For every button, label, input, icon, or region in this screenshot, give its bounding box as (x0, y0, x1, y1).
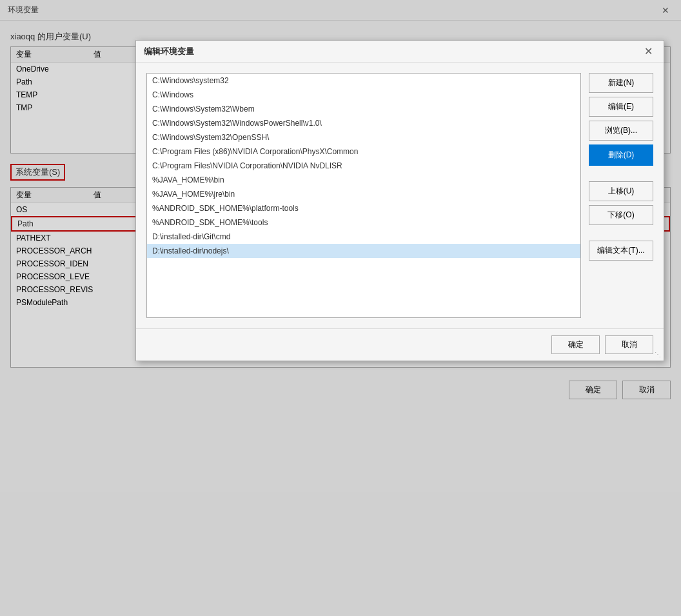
resize-handle[interactable]: ⋱ (653, 350, 661, 358)
path-item-1[interactable]: C:\Windows (147, 88, 580, 102)
path-item-8[interactable]: %JAVA_HOME%\jre\bin (147, 187, 580, 201)
dialog-body: C:\Windows\system32 C:\Windows C:\Window… (136, 63, 664, 328)
path-item-11[interactable]: D:\installed-dir\Git\cmd (147, 230, 580, 244)
path-item-12[interactable]: D:\installed-dir\nodejs\ (147, 244, 580, 258)
dialog-footer: 确定 取消 (136, 328, 664, 361)
dialog-title: 编辑环境变量 (144, 46, 194, 57)
edit-dialog: 编辑环境变量 ✕ C:\Windows\system32 C:\Windows … (135, 40, 664, 361)
delete-button[interactable]: 删除(D) (589, 144, 653, 166)
edit-button[interactable]: 编辑(E) (589, 97, 653, 117)
move-up-button[interactable]: 上移(U) (589, 181, 653, 201)
path-item-4[interactable]: C:\Windows\System32\OpenSSH\ (147, 130, 580, 144)
browse-button[interactable]: 浏览(B)... (589, 121, 653, 141)
edit-text-button[interactable]: 编辑文本(T)... (589, 241, 653, 261)
move-down-button[interactable]: 下移(O) (589, 205, 653, 225)
path-item-5[interactable]: C:\Program Files (x86)\NVIDIA Corporatio… (147, 144, 580, 159)
dialog-right-buttons: 新建(N) 编辑(E) 浏览(B)... 删除(D) 上移(U) 下移(O) 编… (589, 73, 653, 318)
resize-icon: ⋱ (655, 352, 661, 358)
new-button[interactable]: 新建(N) (589, 73, 653, 93)
path-item-2[interactable]: C:\Windows\System32\Wbem (147, 102, 580, 116)
dialog-cancel-button[interactable]: 取消 (605, 335, 653, 354)
button-spacer (589, 170, 653, 177)
dialog-titlebar: 编辑环境变量 ✕ (136, 41, 664, 63)
path-item-9[interactable]: %ANDROID_SDK_HOME%\platform-tools (147, 201, 580, 215)
path-item-7[interactable]: %JAVA_HOME%\bin (147, 173, 580, 187)
path-item-3[interactable]: C:\Windows\System32\WindowsPowerShell\v1… (147, 116, 580, 130)
path-item-10[interactable]: %ANDROID_SDK_HOME%\tools (147, 215, 580, 230)
path-item-6[interactable]: C:\Program Files\NVIDIA Corporation\NVID… (147, 159, 580, 173)
path-item-0[interactable]: C:\Windows\system32 (147, 74, 580, 88)
path-list[interactable]: C:\Windows\system32 C:\Windows C:\Window… (146, 73, 581, 318)
dialog-ok-button[interactable]: 确定 (551, 335, 600, 354)
dialog-close-button[interactable]: ✕ (640, 44, 656, 59)
button-spacer-2 (589, 229, 653, 237)
